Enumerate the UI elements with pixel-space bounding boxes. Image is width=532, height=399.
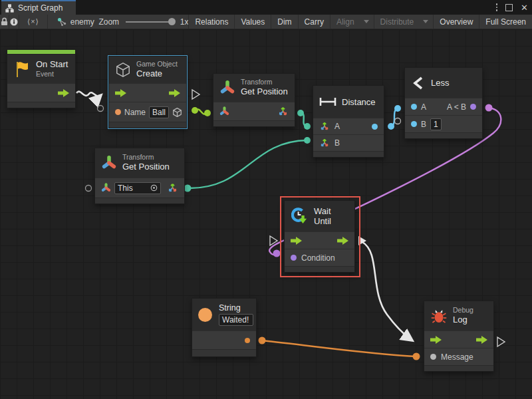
flow-out-port[interactable] (476, 336, 487, 344)
node-title: Log (453, 315, 473, 325)
chevron-down-icon (364, 20, 369, 23)
string-value-field[interactable]: Waited! (219, 314, 253, 326)
message-label: Message (441, 352, 473, 362)
vector3-in-port-a[interactable] (319, 121, 330, 132)
variables-button[interactable]: ⟨×⟩ (19, 15, 48, 29)
node-distance[interactable]: Distance A B (313, 85, 384, 158)
node-title: Wait Until (314, 206, 348, 226)
values-button[interactable]: Values (235, 15, 271, 29)
distance-icon (319, 96, 336, 107)
overview-label: Overview (434, 17, 479, 27)
zoom-slider-handle[interactable] (168, 18, 176, 25)
less-out-port[interactable] (470, 104, 476, 110)
input-a-label: A (334, 122, 340, 131)
gameobject-out-port[interactable] (172, 107, 182, 118)
less-a-port[interactable] (411, 104, 417, 110)
vector3-in-port-b[interactable] (319, 138, 330, 148)
graph-breadcrumb-icon (57, 17, 67, 27)
window-menu-icon[interactable] (496, 3, 498, 11)
flow-out-port[interactable] (58, 89, 69, 97)
node-create[interactable]: Game ObjectCreate Name Ball (108, 56, 187, 128)
inspect-button[interactable] (9, 15, 19, 29)
node-string[interactable]: String Waited! (192, 298, 257, 357)
node-title: String (219, 303, 253, 314)
less-icon (411, 76, 426, 90)
transform-in-port[interactable] (101, 183, 111, 193)
string-out-port[interactable] (245, 338, 250, 343)
name-input-port[interactable] (115, 109, 121, 115)
graph-name: enemy (70, 17, 94, 27)
relations-button[interactable]: Relations (188, 15, 235, 29)
overview-button[interactable]: Overview (434, 15, 479, 29)
breadcrumb[interactable]: enemy (48, 15, 99, 29)
object-picker-icon[interactable] (150, 184, 158, 192)
carry-button[interactable]: Carry (299, 15, 331, 29)
less-b-port[interactable] (411, 121, 417, 127)
graph-toolbar: ⟨×⟩ enemy Zoom 1x Relations Values Dim C… (0, 15, 532, 29)
node-type: Game Object (136, 60, 178, 68)
distribute-dropdown[interactable]: Distribute (374, 15, 434, 29)
align-dropdown[interactable]: Align (331, 15, 374, 29)
flow-in-port[interactable] (291, 237, 302, 245)
flow-out-port[interactable] (169, 89, 180, 97)
lock-icon (1, 17, 8, 26)
dim-button[interactable]: Dim (271, 15, 298, 29)
node-title: Create (136, 68, 178, 79)
maximize-icon[interactable] (505, 4, 513, 11)
b-value-field[interactable]: 1 (430, 118, 442, 130)
target-field[interactable]: This (114, 182, 161, 194)
node-title: On Start (36, 59, 68, 70)
node-get-position-b[interactable]: TransformGet Position This (94, 148, 185, 204)
node-less[interactable]: Less A A < B B 1 (404, 67, 483, 139)
wait-until-clock-icon (291, 207, 309, 225)
node-footer (7, 102, 75, 108)
tab-script-graph[interactable]: Script Graph (1, 0, 76, 15)
message-port[interactable] (430, 354, 436, 360)
node-title: Get Position (122, 162, 170, 172)
input-a-label: A (421, 102, 426, 112)
vector3-out-port[interactable] (277, 106, 289, 117)
node-get-position-a[interactable]: TransformGet Position (213, 73, 295, 127)
close-icon[interactable]: ✕ (521, 3, 528, 12)
node-debug-log[interactable]: DebugLog Message (424, 301, 494, 372)
zoom-control: Zoom 1x (98, 15, 188, 29)
graph-hierarchy-icon (5, 4, 14, 13)
node-type: Debug (453, 306, 473, 315)
flow-out-port[interactable] (337, 237, 348, 245)
node-on-start[interactable]: On StartEvent (7, 49, 76, 108)
node-type: Transform (241, 78, 288, 86)
flow-in-port[interactable] (115, 89, 126, 97)
input-b-label: B (421, 120, 426, 129)
cube-icon (115, 61, 131, 78)
node-footer (109, 122, 186, 128)
node-footer (95, 198, 184, 203)
relations-label: Relations (189, 17, 234, 27)
lock-button[interactable] (0, 15, 9, 29)
zoom-value: 1x (180, 17, 189, 27)
node-footer (192, 349, 256, 356)
dim-label: Dim (271, 17, 297, 27)
info-icon (10, 18, 18, 26)
carry-label: Carry (299, 17, 330, 27)
transform-icon (101, 155, 117, 171)
transform-in-port[interactable] (219, 106, 229, 116)
node-title: Distance (342, 97, 376, 107)
vector3-out-port[interactable] (167, 182, 178, 194)
name-field[interactable]: Ball (149, 106, 169, 118)
flow-in-port[interactable] (430, 336, 442, 344)
condition-port[interactable] (291, 255, 297, 261)
fullscreen-button[interactable]: Full Screen (479, 15, 532, 29)
zoom-slider[interactable] (126, 21, 172, 23)
target-value: This (118, 184, 133, 193)
node-footer (213, 120, 295, 126)
node-type: Event (36, 70, 68, 78)
transform-icon (219, 80, 235, 96)
node-wait-until[interactable]: Wait Until Condition (284, 200, 355, 273)
tab-title: Script Graph (18, 3, 63, 13)
unity-script-graph-window: { "window": { "tab_title": "Script Graph… (0, 0, 532, 399)
distance-out-port[interactable] (372, 124, 378, 130)
node-footer (405, 132, 482, 138)
fullscreen-label: Full Screen (479, 17, 532, 27)
zoom-label: Zoom (98, 17, 119, 27)
output-label: A < B (447, 102, 466, 112)
